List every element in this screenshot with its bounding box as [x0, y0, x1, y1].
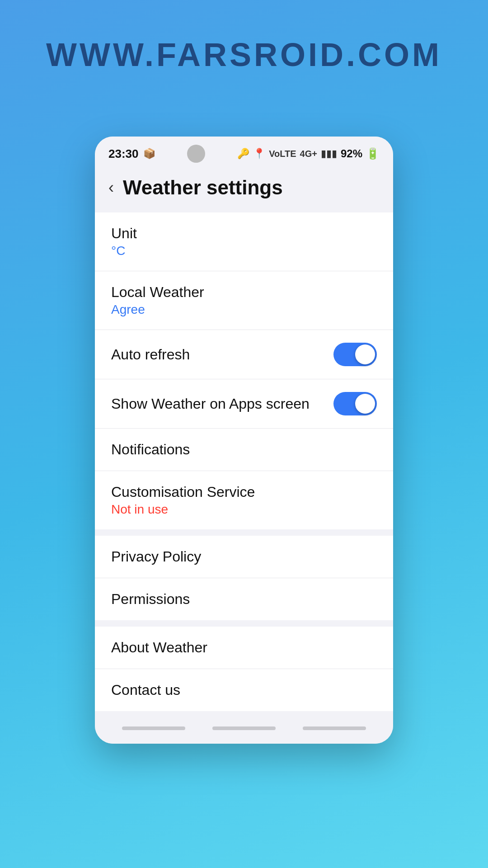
nav-pill-3	[303, 726, 366, 730]
unit-value: °C	[111, 244, 137, 258]
about-weather-item[interactable]: About Weather	[95, 627, 393, 669]
page-title: Weather settings	[123, 176, 283, 199]
customisation-value: Not in use	[111, 502, 255, 517]
permissions-item[interactable]: Permissions	[95, 578, 393, 620]
auto-refresh-item[interactable]: Auto refresh	[95, 330, 393, 379]
show-weather-item[interactable]: Show Weather on Apps screen	[95, 379, 393, 429]
privacy-policy-item[interactable]: Privacy Policy	[95, 536, 393, 578]
customisation-label: Customisation Service	[111, 484, 255, 500]
customisation-item[interactable]: Customisation Service Not in use	[95, 471, 393, 529]
notifications-label: Notifications	[111, 441, 190, 458]
settings-group-2: Privacy Policy Permissions	[95, 536, 393, 620]
contact-us-item[interactable]: Contact us	[95, 669, 393, 711]
key-icon: 🔑	[237, 148, 249, 160]
settings-group-3: About Weather Contact us	[95, 627, 393, 711]
status-time: 23:30	[108, 147, 139, 161]
show-weather-label: Show Weather on Apps screen	[111, 396, 310, 412]
status-center-dot	[187, 145, 205, 163]
auto-refresh-toggle[interactable]	[333, 343, 377, 366]
package-icon: 📦	[143, 148, 155, 160]
show-weather-toggle[interactable]	[333, 392, 377, 415]
nav-pill-1	[122, 726, 185, 730]
signal-icon: ▮▮▮	[321, 148, 337, 160]
4g-label: 4G+	[300, 149, 317, 159]
battery-text: 92%	[341, 147, 362, 160]
privacy-policy-label: Privacy Policy	[111, 548, 201, 565]
volte-label: VoLTE	[269, 149, 296, 159]
settings-group-1: Unit °C Local Weather Agree Auto refresh…	[95, 212, 393, 529]
phone-container: 23:30 📦 🔑 📍 VoLTE 4G+ ▮▮▮ 92% 🔋 ‹ Weathe…	[95, 137, 393, 744]
about-weather-label: About Weather	[111, 639, 207, 656]
nav-pill-2	[212, 726, 276, 730]
status-bar: 23:30 📦 🔑 📍 VoLTE 4G+ ▮▮▮ 92% 🔋	[95, 137, 393, 167]
back-button[interactable]: ‹	[108, 178, 114, 197]
location-icon: 📍	[253, 148, 265, 160]
local-weather-value: Agree	[111, 302, 204, 317]
permissions-label: Permissions	[111, 591, 190, 608]
auto-refresh-label: Auto refresh	[111, 346, 190, 363]
local-weather-item[interactable]: Local Weather Agree	[95, 271, 393, 330]
auto-refresh-toggle-knob	[355, 344, 375, 364]
battery-icon: 🔋	[366, 147, 380, 160]
notifications-item[interactable]: Notifications	[95, 429, 393, 471]
watermark: WWW.FARSROID.COM	[46, 36, 442, 73]
bottom-nav	[95, 717, 393, 744]
contact-us-label: Contact us	[111, 682, 180, 698]
unit-label: Unit	[111, 225, 137, 242]
header: ‹ Weather settings	[95, 167, 393, 212]
unit-item[interactable]: Unit °C	[95, 212, 393, 271]
show-weather-toggle-knob	[355, 394, 375, 414]
local-weather-label: Local Weather	[111, 284, 204, 301]
